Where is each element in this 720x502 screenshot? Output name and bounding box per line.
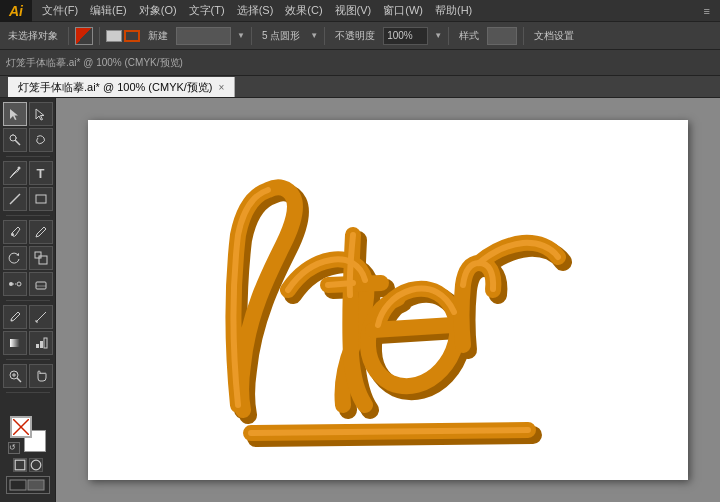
menu-type[interactable]: 文字(T)	[183, 1, 231, 20]
svg-rect-19	[10, 339, 20, 347]
tool-sep-3	[6, 300, 50, 301]
pencil-tool[interactable]	[29, 220, 53, 244]
toolbar-sep-1	[68, 27, 69, 45]
eraser-tool[interactable]	[29, 272, 53, 296]
toolbar-sep-6	[523, 27, 524, 45]
canvas	[88, 120, 688, 480]
svg-point-10	[9, 282, 13, 286]
stroke-color-swatch	[75, 27, 93, 45]
fill-swatch[interactable]	[106, 30, 122, 42]
paintbrush-tool[interactable]	[3, 220, 27, 244]
direct-selection-tool[interactable]	[29, 102, 53, 126]
point-type-arrow[interactable]: ▼	[310, 31, 318, 40]
normal-mode-btn[interactable]	[13, 458, 27, 472]
zoom-tool[interactable]	[3, 364, 27, 388]
svg-rect-6	[36, 195, 46, 203]
toolbar-sep-5	[448, 27, 449, 45]
menu-select[interactable]: 选择(S)	[231, 1, 280, 20]
shape-tool[interactable]	[29, 187, 53, 211]
tool-sep-4	[6, 359, 50, 360]
pen-tool[interactable]	[3, 161, 27, 185]
svg-rect-30	[15, 460, 25, 470]
menu-window[interactable]: 窗口(W)	[377, 1, 429, 20]
tool-row-1	[3, 102, 53, 126]
new-color-box[interactable]	[176, 27, 231, 45]
type-tool[interactable]: T	[29, 161, 53, 185]
menu-help[interactable]: 帮助(H)	[429, 1, 478, 20]
toolbar-sep-2	[99, 27, 100, 45]
svg-rect-32	[10, 480, 26, 490]
tool-row-7	[3, 272, 53, 296]
measure-tool[interactable]	[29, 305, 53, 329]
foreground-color-swatch[interactable]	[10, 416, 32, 438]
color-reset-button[interactable]: ↺	[8, 442, 20, 454]
graph-tool[interactable]	[29, 331, 53, 355]
ai-logo: Ai	[0, 0, 32, 22]
rotate-tool[interactable]	[3, 246, 27, 270]
document-tab[interactable]: 灯笼手体临摹.ai* @ 100% (CMYK/预览) ×	[8, 77, 235, 97]
magic-wand-tool[interactable]	[3, 128, 27, 152]
svg-line-24	[17, 378, 21, 382]
tool-row-8	[3, 305, 53, 329]
point-type-label: 5 点圆形	[258, 25, 304, 47]
svg-rect-22	[44, 338, 47, 348]
opacity-input[interactable]: 100%	[383, 27, 428, 45]
tool-row-4	[3, 187, 53, 211]
main-area: T	[0, 98, 720, 502]
new-dropdown-arrow[interactable]: ▼	[237, 31, 245, 40]
eyedropper-tool[interactable]	[3, 305, 27, 329]
screen-mode-btn[interactable]	[29, 458, 43, 472]
tab-bar: 灯笼手体临摹.ai* @ 100% (CMYK/预览) ×	[0, 76, 720, 98]
artboard-preview[interactable]	[6, 476, 50, 494]
svg-point-4	[17, 167, 20, 170]
menu-bar: 文件(F) 编辑(E) 对象(O) 文字(T) 选择(S) 效果(C) 视图(V…	[32, 1, 720, 20]
no-selection-label: 未选择对象	[4, 25, 62, 47]
canvas-area	[56, 98, 720, 502]
fill-stroke-controls	[106, 30, 140, 42]
stroke-color-indicator[interactable]	[75, 27, 93, 45]
doc-settings-label[interactable]: 文档设置	[530, 25, 578, 47]
toolbar-sep-3	[251, 27, 252, 45]
opacity-value: 100%	[387, 30, 413, 41]
svg-line-0	[15, 140, 20, 145]
svg-rect-8	[35, 252, 41, 258]
selection-tool[interactable]	[3, 102, 27, 126]
tab-filename: 灯笼手体临摹.ai* @ 100% (CMYK/预览)	[18, 80, 213, 95]
scale-tool[interactable]	[29, 246, 53, 270]
svg-point-15	[10, 320, 12, 322]
svg-rect-20	[36, 344, 39, 348]
tab-close-button[interactable]: ×	[219, 82, 225, 93]
menu-effect[interactable]: 效果(C)	[279, 1, 328, 20]
stroke-swatch[interactable]	[124, 30, 140, 42]
opacity-label: 不透明度	[331, 25, 379, 47]
tool-row-9	[3, 331, 53, 355]
lasso-tool[interactable]	[29, 128, 53, 152]
options-bar: 灯笼手体临摹.ai* @ 100% (CMYK/预览)	[0, 50, 720, 76]
menu-file[interactable]: 文件(F)	[36, 1, 84, 20]
color-pair: ↺	[10, 416, 46, 452]
svg-point-1	[10, 135, 16, 141]
line-tool[interactable]	[3, 187, 27, 211]
svg-point-31	[31, 460, 41, 470]
svg-point-7	[11, 233, 14, 236]
tool-sep-1	[6, 156, 50, 157]
tool-row-10	[3, 364, 53, 388]
svg-rect-21	[40, 341, 43, 348]
svg-point-11	[17, 282, 21, 286]
menu-view[interactable]: 视图(V)	[329, 1, 378, 20]
gradient-tool[interactable]	[3, 331, 27, 355]
hand-tool[interactable]	[29, 364, 53, 388]
opacity-arrow[interactable]: ▼	[434, 31, 442, 40]
menu-object[interactable]: 对象(O)	[133, 1, 183, 20]
tool-sep-5	[6, 392, 50, 393]
options-label: 灯笼手体临摹.ai* @ 100% (CMYK/预览)	[6, 56, 183, 70]
svg-rect-9	[39, 256, 47, 264]
menu-edit[interactable]: 编辑(E)	[84, 1, 133, 20]
blend-tool[interactable]	[3, 272, 27, 296]
style-swatch[interactable]	[487, 27, 517, 45]
title-bar: Ai 文件(F) 编辑(E) 对象(O) 文字(T) 选择(S) 效果(C) 视…	[0, 0, 720, 22]
svg-line-16	[36, 312, 46, 322]
color-section: ↺	[2, 412, 54, 498]
tool-row-6	[3, 246, 53, 270]
toolbar-sep-4	[324, 27, 325, 45]
